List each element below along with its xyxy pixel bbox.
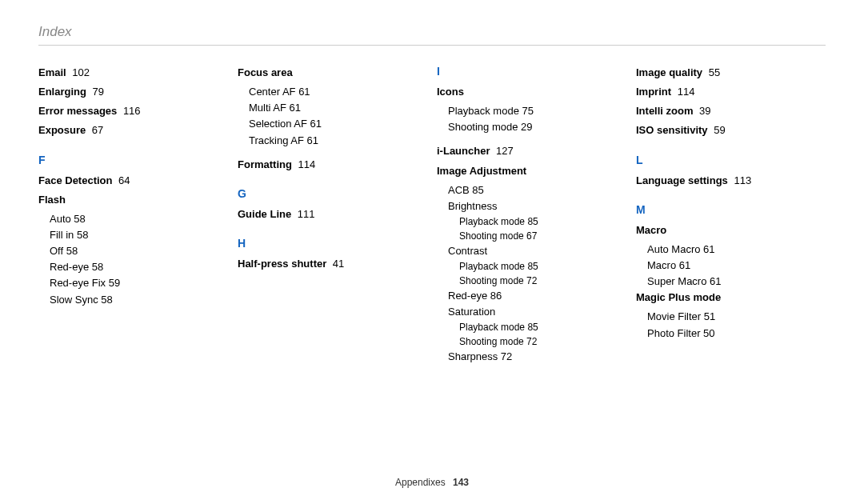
entry-text: Sharpness — [448, 350, 498, 362]
entry-text: Magic Plus mode — [636, 291, 721, 303]
entry-text: Fill in — [50, 229, 74, 241]
entry-text: Red-eye — [448, 290, 487, 302]
entry-text: Enlarging — [38, 86, 86, 98]
entry-page: 64 — [115, 174, 130, 186]
index-entry: Movie Filter 51 — [636, 309, 826, 325]
entry-text: Intelli zoom — [636, 105, 694, 117]
index-entry: ACB 85 — [437, 182, 626, 198]
footer-section: Appendixes — [395, 477, 446, 488]
entry-text: Error messages — [38, 105, 117, 117]
index-entry: Center AF 61 — [238, 84, 427, 100]
index-letter: H — [238, 237, 427, 250]
index-column: Email 102Enlarging 79Error messages 116E… — [38, 65, 228, 366]
index-columns: Email 102Enlarging 79Error messages 116E… — [38, 65, 826, 366]
entry-text: Playback mode — [459, 216, 525, 227]
entry-text: Shooting mode — [448, 121, 518, 133]
index-entry: Shooting mode 72 — [437, 334, 626, 349]
index-entry: Email 102 — [38, 65, 228, 81]
index-entry: Shooting mode 29 — [437, 119, 626, 135]
entry-page: 61 — [676, 259, 690, 271]
index-entry: Half-press shutter 41 — [238, 256, 427, 272]
entry-page: 61 — [286, 102, 301, 114]
entry-text: ISO sensitivity — [636, 124, 708, 136]
entry-text: Brightness — [448, 200, 497, 212]
index-entry: Formatting 114 — [238, 157, 427, 173]
entry-text: Shooting mode — [459, 336, 524, 347]
entry-text: Macro — [636, 224, 666, 236]
index-entry: Image Adjustment — [437, 163, 626, 179]
index-entry: Macro — [636, 222, 826, 238]
index-column: Image quality 55Imprint 114Intelli zoom … — [636, 65, 826, 366]
index-entry: Photo Filter 50 — [636, 326, 826, 342]
index-entry: Brightness — [437, 198, 626, 214]
entry-page: 113 — [731, 174, 751, 186]
entry-text: Playback mode — [459, 322, 525, 333]
index-entry: Shooting mode 72 — [437, 274, 626, 288]
entry-page: 111 — [294, 208, 314, 220]
entry-text: Selection AF — [249, 118, 307, 130]
entry-page: 85 — [525, 322, 538, 333]
index-page: Index Email 102Enlarging 79Error message… — [0, 0, 864, 504]
entry-text: Icons — [437, 86, 464, 98]
entry-text: Slow Sync — [50, 294, 98, 306]
entry-page: 61 — [304, 134, 318, 146]
index-entry: Auto 58 — [38, 211, 228, 227]
index-entry: Magic Plus mode — [636, 290, 826, 306]
index-entry: Macro 61 — [636, 258, 826, 274]
entry-page: 51 — [701, 310, 715, 322]
index-entry: Tracking AF 61 — [238, 133, 427, 149]
entry-page: 58 — [89, 261, 103, 273]
entry-text: Email — [38, 66, 66, 78]
entry-text: Guide Line — [238, 208, 291, 220]
index-entry: Auto Macro 61 — [636, 242, 826, 258]
entry-text: Formatting — [238, 158, 292, 170]
entry-page: 61 — [296, 86, 310, 98]
index-entry: Red-eye 58 — [38, 259, 228, 275]
index-letter: G — [238, 187, 427, 200]
index-letter: M — [636, 203, 826, 216]
index-entry: Flash — [38, 192, 228, 208]
entry-page: 58 — [98, 294, 113, 306]
index-entry: ISO sensitivity 59 — [636, 122, 826, 138]
index-entry: Off 58 — [38, 243, 228, 259]
entry-text: Contrast — [448, 245, 487, 257]
entry-page: 61 — [700, 243, 714, 255]
entry-text: Red-eye — [50, 261, 89, 273]
entry-page: 116 — [120, 105, 140, 117]
entry-page: 86 — [487, 290, 502, 302]
entry-page: 85 — [470, 184, 484, 196]
footer: Appendixes 143 — [0, 477, 864, 488]
entry-text: Movie Filter — [647, 310, 701, 322]
index-entry: Red-eye 86 — [437, 288, 626, 304]
entry-text: Shooting mode — [459, 275, 524, 286]
index-entry: Sharpness 72 — [437, 349, 626, 365]
entry-text: Off — [50, 245, 63, 257]
entry-page: 72 — [524, 275, 538, 286]
index-entry: Image quality 55 — [636, 65, 826, 81]
entry-page: 55 — [706, 66, 720, 78]
entry-text: Saturation — [448, 306, 495, 318]
index-entry: Multi AF 61 — [238, 100, 427, 116]
index-entry: Intelli zoom 39 — [636, 103, 826, 119]
index-column: Focus areaCenter AF 61Multi AF 61Selecti… — [238, 65, 427, 366]
entry-page: 61 — [706, 275, 721, 287]
entry-page: 75 — [519, 105, 534, 117]
entry-text: ACB — [448, 184, 470, 196]
index-letter: F — [38, 154, 228, 166]
entry-text: Half-press shutter — [238, 258, 326, 270]
index-entry: Selection AF 61 — [238, 116, 427, 132]
entry-page: 58 — [63, 245, 78, 257]
index-entry: Icons — [437, 84, 626, 100]
entry-page: 59 — [106, 277, 120, 289]
entry-text: Imprint — [636, 86, 671, 98]
entry-text: Exposure — [38, 124, 86, 136]
entry-page: 39 — [697, 105, 711, 117]
entry-text: Image quality — [636, 66, 702, 78]
index-entry: Enlarging 79 — [38, 84, 228, 100]
entry-page: 67 — [524, 230, 538, 242]
index-entry: Language settings 113 — [636, 173, 826, 189]
page-title: Index — [38, 24, 826, 40]
entry-text: Playback mode — [459, 261, 525, 272]
entry-text: Photo Filter — [647, 327, 700, 339]
index-entry: Playback mode 85 — [437, 214, 626, 229]
